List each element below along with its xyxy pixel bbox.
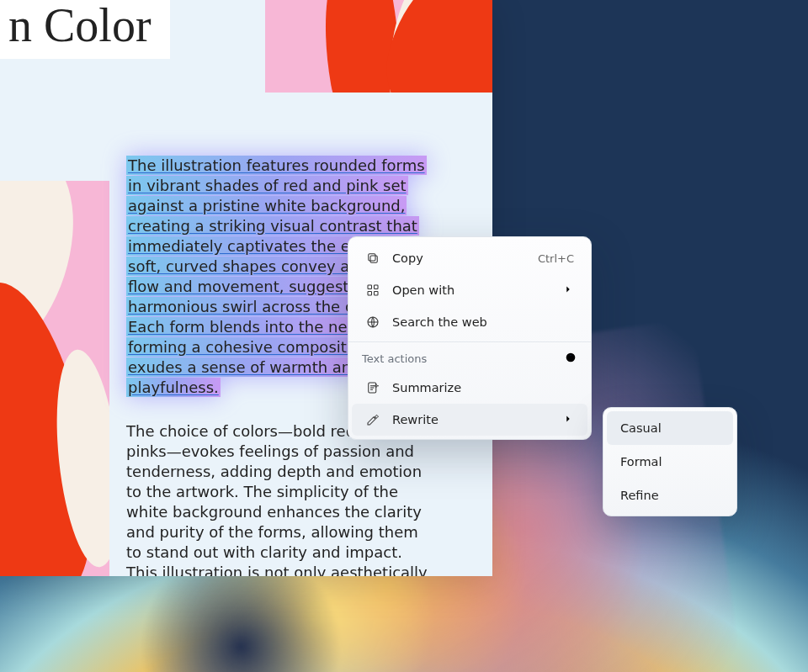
info-icon[interactable] [564, 351, 577, 367]
context-menu: Copy Ctrl+C Open with Search the web Tex… [348, 236, 592, 440]
submenu-item-label: Casual [620, 421, 662, 435]
rewrite-icon [365, 412, 380, 427]
menu-separator [348, 341, 591, 342]
menu-item-label: Open with [392, 283, 550, 297]
menu-section-label: Text actions [362, 352, 427, 365]
svg-rect-1 [369, 254, 375, 261]
menu-item-label: Summarize [392, 381, 574, 394]
svg-point-7 [566, 353, 576, 362]
menu-item-open-with[interactable]: Open with [352, 274, 587, 306]
svg-rect-4 [368, 292, 372, 296]
submenu-item-label: Formal [620, 455, 662, 468]
menu-section-text-actions: Text actions [348, 346, 591, 372]
menu-item-label: Rewrite [392, 413, 550, 426]
menu-item-label: Search the web [392, 315, 574, 329]
svg-rect-0 [370, 256, 377, 262]
copy-icon [365, 251, 380, 266]
menu-item-copy[interactable]: Copy Ctrl+C [352, 242, 587, 274]
document-title: n Color [0, 0, 170, 59]
svg-rect-3 [375, 285, 379, 289]
menu-item-summarize[interactable]: Summarize [352, 372, 587, 404]
chevron-right-icon [562, 413, 574, 427]
menu-item-label: Copy [392, 251, 526, 265]
rewrite-submenu: Casual Formal Refine [603, 407, 737, 516]
open-with-icon [365, 283, 380, 298]
artwork-top-right [265, 0, 492, 93]
submenu-item-label: Refine [620, 489, 659, 502]
submenu-item-casual[interactable]: Casual [607, 411, 733, 445]
summarize-icon [365, 380, 380, 395]
body-paragraph[interactable]: The choice of colors—bold reds and pinks… [126, 421, 429, 576]
menu-item-rewrite[interactable]: Rewrite [352, 404, 587, 436]
chevron-right-icon [562, 283, 574, 298]
submenu-item-formal[interactable]: Formal [607, 445, 733, 479]
menu-shortcut: Ctrl+C [538, 252, 574, 265]
globe-icon [365, 315, 380, 330]
svg-point-9 [571, 355, 571, 356]
svg-rect-2 [368, 285, 372, 289]
submenu-item-refine[interactable]: Refine [607, 479, 733, 512]
svg-rect-5 [375, 292, 379, 296]
menu-item-search-web[interactable]: Search the web [352, 306, 587, 338]
artwork-left [0, 181, 109, 576]
